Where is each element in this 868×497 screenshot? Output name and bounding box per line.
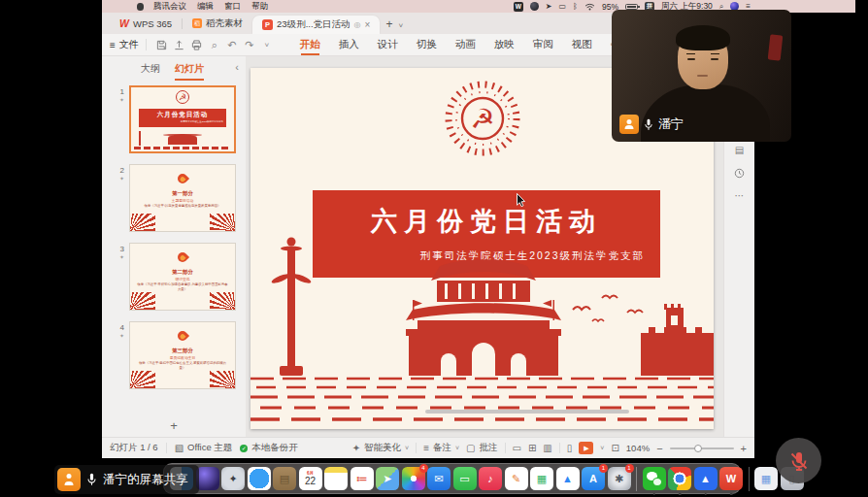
slide-sorter-icon[interactable]: ⊞ — [528, 444, 536, 453]
mini-gate — [168, 136, 197, 145]
menubar-menu-编辑[interactable]: 编辑 — [197, 1, 214, 13]
slideshow-play-button[interactable]: ▶ — [579, 442, 593, 454]
selection-pane-icon[interactable]: ▤ — [735, 146, 744, 155]
print-button[interactable] — [189, 37, 205, 52]
dock-icon-photos[interactable]: 4 — [402, 467, 425, 490]
ribbon-tab-开始[interactable]: 开始 — [299, 34, 321, 55]
new-tab-button[interactable]: + — [380, 17, 398, 34]
macos-dock[interactable]: ✦▤6月22≔➤4✉▭♪✎▦▲A1✱1▲W▦▯ — [163, 463, 741, 494]
tab-slides[interactable]: 幻灯片 — [175, 62, 204, 76]
slide-thumbnail-4[interactable]: 第三部分党员过政治生日领学《习近平:坚持中国特色社会主义,凝聚砥砺奋进的磅礴力量… — [129, 321, 236, 389]
wps-logo-icon: W — [119, 17, 129, 29]
zoom-in-button[interactable]: + — [741, 443, 747, 454]
presentation-file-icon: P — [262, 19, 273, 30]
dock-icon-keynote[interactable]: ▲ — [556, 467, 580, 490]
apple-icon[interactable] — [137, 3, 144, 11]
dock-icon-pages[interactable]: ✎ — [505, 467, 528, 490]
dock-glyph: ➤ — [383, 473, 391, 485]
dock-icon-siri[interactable] — [196, 467, 219, 490]
mute-microphone-button[interactable] — [776, 438, 821, 483]
ribbon-tab-设计[interactable]: 设计 — [377, 34, 399, 55]
participant-face — [678, 29, 728, 89]
dock-icon-music[interactable]: ♪ — [479, 467, 502, 490]
zoom-slider-thumb[interactable] — [694, 445, 702, 452]
sharer-avatar — [57, 468, 81, 491]
fit-window-icon[interactable]: ⊡ — [611, 444, 618, 453]
theme-button[interactable]: ▧ Office 主题 — [175, 442, 233, 454]
quick-access-caret-icon[interactable]: ˅ — [259, 37, 275, 52]
dock-icon-reminders[interactable]: ≔ — [351, 467, 374, 490]
reading-view-icon[interactable]: ▥ — [543, 444, 551, 453]
ribbon-tab-审阅[interactable]: 审阅 — [532, 34, 554, 55]
collapse-panel-icon[interactable]: ‹ — [235, 61, 239, 73]
export-button[interactable] — [172, 37, 187, 52]
meeting-menubar-icon[interactable] — [530, 2, 539, 11]
tab-document-active[interactable]: P 23级刑...党日活动 ◎ × — [252, 16, 380, 34]
add-slide-button[interactable]: + — [102, 418, 246, 433]
zoom-slider[interactable] — [670, 447, 734, 449]
dock-icon-downloads[interactable]: ▦ — [754, 467, 778, 490]
menubar-menu-腾讯会议[interactable]: 腾讯会议 — [153, 1, 186, 13]
save-button[interactable] — [154, 37, 170, 52]
undo-button[interactable]: ↶ — [224, 37, 240, 52]
wifi-icon[interactable] — [584, 3, 595, 11]
dock-divider — [636, 467, 637, 491]
zoom-level[interactable]: 104% — [626, 443, 650, 453]
running-indicator — [679, 493, 682, 496]
dock-icon-wechat[interactable] — [643, 467, 666, 490]
beautify-button[interactable]: ✦ 智能美化 ˅ — [352, 442, 409, 454]
phone-remote-icon[interactable]: ▯ — [567, 444, 573, 453]
notes-button[interactable]: ≡ 备注 ˅ — [423, 442, 459, 454]
dock-glyph: ✉ — [434, 473, 443, 485]
caret-down-icon[interactable]: ˅ — [600, 445, 604, 451]
comments-button[interactable]: ▢ 批注 — [466, 442, 497, 454]
display-mirroring-icon[interactable]: ▭ — [559, 3, 567, 11]
tab-store-label: 稻壳素材 — [206, 17, 243, 30]
magic-wand-icon: ✦ — [352, 444, 360, 453]
slide-thumbnail-1[interactable]: ☭六月份党日活动刑事司法学院硕士生2023级刑法学党支部 — [129, 85, 236, 153]
ribbon-tab-插入[interactable]: 插入 — [338, 34, 360, 55]
normal-view-icon[interactable]: ▭ — [513, 444, 521, 453]
dock-icon-tencent-meeting[interactable]: ▲ — [694, 467, 718, 490]
dock-icon-facetime[interactable]: ▭ — [453, 467, 477, 490]
zoom-out-button[interactable]: − — [656, 443, 662, 454]
find-replace-button[interactable]: ⌕ — [207, 37, 222, 52]
history-icon[interactable] — [734, 168, 745, 179]
tab-outline[interactable]: 大纲 — [141, 62, 160, 76]
bluetooth-icon[interactable]: ᛒ — [573, 3, 578, 11]
tab-docer-store[interactable]: 稻 稻壳素材 — [183, 13, 252, 34]
slide-thumbnail-2[interactable]: 第一部分主题党日活动领学《习近平:以高质量党建推动高质量发展新局面》 — [129, 164, 236, 232]
dock-icon-maps[interactable]: ➤ — [376, 467, 399, 490]
horizontal-scrollbar[interactable] — [425, 410, 629, 414]
slide-thumbnail-3[interactable]: 第二部分研讨交流领学《习近平:常怀初心加强自身建设,为建设美丽中国贡献青春力量》 — [129, 243, 236, 311]
dock-icon-safari[interactable] — [248, 467, 271, 490]
wps-menubar-icon[interactable]: W — [514, 2, 523, 12]
more-tools-icon[interactable]: ⋯ — [735, 191, 745, 201]
menubar-menu-帮助[interactable]: 帮助 — [251, 1, 268, 13]
location-icon[interactable]: ➤ — [546, 3, 552, 11]
pin-icon[interactable]: ◎ — [354, 20, 361, 29]
dock-icon-contacts[interactable]: ▤ — [273, 467, 296, 490]
ribbon-tab-放映[interactable]: 放映 — [493, 34, 516, 55]
tab-list-caret-icon[interactable]: ˅ — [398, 21, 403, 34]
dock-icon-chrome[interactable] — [668, 467, 691, 490]
menubar-menu-窗口[interactable]: 窗口 — [224, 1, 241, 13]
backup-status[interactable]: ✓ 本地备份开 — [240, 442, 298, 454]
redo-button[interactable]: ↷ — [242, 37, 257, 52]
dock-icon-launchpad[interactable]: ✦ — [221, 467, 245, 490]
ribbon-tab-动画[interactable]: 动画 — [454, 34, 477, 55]
tab-wps-home[interactable]: W WPS 365 — [110, 13, 182, 34]
close-tab-icon[interactable]: × — [365, 19, 371, 30]
webcam-video-tile[interactable]: 潘宁 — [612, 10, 791, 142]
dock-icon-wps[interactable]: W — [719, 467, 743, 490]
dock-icon-numbers[interactable]: ▦ — [530, 467, 553, 490]
ribbon-tab-视图[interactable]: 视图 — [571, 34, 593, 55]
dock-icon-notes[interactable] — [324, 467, 348, 490]
dock-glyph: ✱ — [615, 473, 623, 485]
dock-icon-mail[interactable]: ✉ — [427, 467, 451, 490]
file-menu-button[interactable]: ≡ 文件 — [110, 38, 139, 51]
dock-icon-appstore[interactable]: A1 — [582, 467, 605, 490]
dock-icon-settings[interactable]: ✱1 — [608, 467, 631, 490]
dock-icon-calendar[interactable]: 6月22 — [299, 467, 322, 490]
ribbon-tab-切换[interactable]: 切换 — [416, 34, 438, 55]
